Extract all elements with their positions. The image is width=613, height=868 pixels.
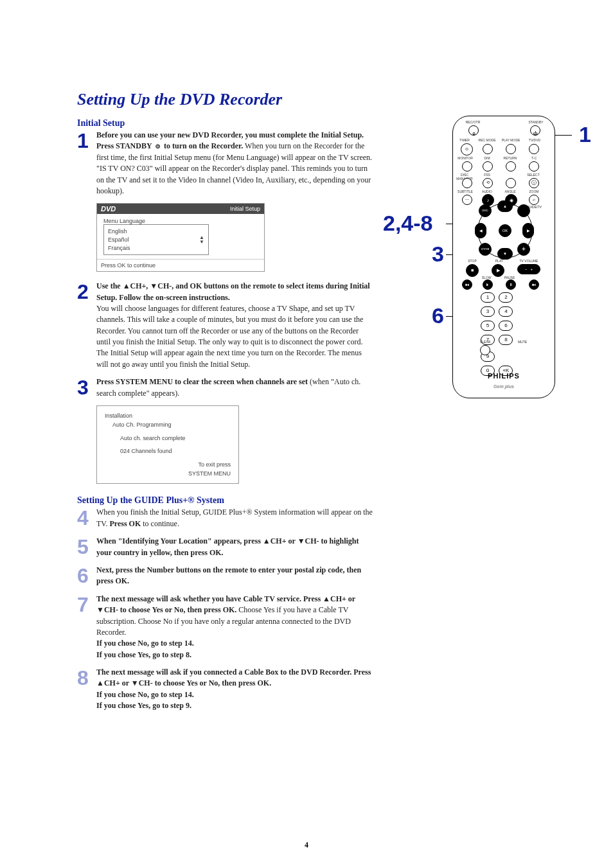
osd-line: Auto ch. search complete bbox=[105, 434, 231, 443]
step-text-bold: If you chose Yes, go to step 8. bbox=[96, 650, 191, 659]
monitor-button[interactable] bbox=[462, 161, 472, 172]
step-number: 1 bbox=[77, 126, 89, 155]
step-text-bold: Press OK bbox=[109, 519, 141, 528]
step-number: 2 bbox=[77, 277, 89, 306]
timer-button[interactable]: ⊙ bbox=[461, 143, 473, 155]
btn-label: MUTE bbox=[515, 340, 530, 344]
step-number: 5 bbox=[77, 532, 89, 562]
callout-6: 6 bbox=[432, 303, 444, 328]
btn-label: ANGLE bbox=[502, 190, 519, 193]
num-3-button[interactable]: 3 bbox=[481, 306, 495, 317]
num-8-button[interactable]: 8 bbox=[499, 335, 513, 345]
osd-title: Initial Setup bbox=[230, 206, 260, 212]
step-text-bold: Next, press the Number buttons on the re… bbox=[96, 565, 361, 585]
clear-button[interactable] bbox=[480, 345, 490, 355]
callout-248: 2,4-8 bbox=[383, 211, 433, 236]
osd-line: Auto Ch. Programming bbox=[105, 420, 231, 429]
step-7: 7 The next message will ask whether you … bbox=[77, 594, 373, 660]
btn-label: SELECT bbox=[525, 173, 542, 177]
slow-button[interactable]: ⏵ bbox=[483, 279, 493, 290]
tv-volume-button[interactable]: − + bbox=[517, 264, 540, 274]
tc-button[interactable] bbox=[529, 161, 539, 172]
step-6: 6 Next, press the Number buttons on the … bbox=[77, 565, 373, 587]
pause-button[interactable]: ⏸ bbox=[506, 279, 516, 290]
dpad: OK ▲ ▼ ◀ ▶ DISC SYSTEM + bbox=[477, 203, 531, 257]
stop-button[interactable]: ■ bbox=[466, 264, 479, 277]
page-number: 4 bbox=[0, 840, 613, 850]
step-number: 3 bbox=[77, 373, 89, 402]
osd-line: Installation bbox=[105, 411, 231, 420]
osd-list-item: Español bbox=[108, 236, 130, 244]
select-info-button[interactable]: ⓘ bbox=[529, 178, 539, 188]
osd-list-item: English bbox=[108, 227, 130, 236]
step-text-bold: Press SYSTEM MENU to clear the screen wh… bbox=[96, 377, 308, 386]
forward-button[interactable]: ⏭ bbox=[529, 279, 539, 290]
disc-manager-button[interactable] bbox=[462, 178, 472, 188]
num-5-button[interactable]: 5 bbox=[481, 321, 495, 331]
step-number: 8 bbox=[77, 663, 89, 693]
osd-list-item: Français bbox=[108, 244, 130, 252]
btn-label: PLAY MODE bbox=[501, 138, 521, 142]
num-6-button[interactable]: 6 bbox=[499, 321, 513, 331]
rec-otr-button[interactable]: ⦿ bbox=[468, 125, 479, 136]
play-mode-button[interactable] bbox=[506, 144, 516, 154]
tv-dvd-button[interactable] bbox=[529, 144, 539, 154]
disc-button[interactable]: DISC bbox=[479, 204, 492, 217]
osd-auto-channel: Installation Auto Ch. Programming Auto c… bbox=[96, 405, 239, 484]
corner-button[interactable] bbox=[517, 204, 530, 217]
num-4-button[interactable]: 4 bbox=[499, 306, 513, 317]
ok-button[interactable]: OK bbox=[499, 224, 511, 237]
step-4: 4 When you finish the Initial Setup, GUI… bbox=[77, 507, 373, 529]
btn-label: MONITOR bbox=[456, 156, 475, 160]
step-5: 5 When "Identifying Your Location" appea… bbox=[77, 536, 373, 558]
rec-mode-button[interactable] bbox=[483, 144, 493, 154]
system-button[interactable]: SYSTEM bbox=[479, 243, 492, 256]
power-icon: ⏻ bbox=[533, 131, 538, 136]
step-text-bold: If you chose No, go to step 14. bbox=[96, 690, 194, 699]
record-icon: ⦿ bbox=[472, 132, 475, 136]
btn-label: TIMER bbox=[457, 138, 472, 142]
step-number: 6 bbox=[77, 561, 89, 590]
step-text-bold: If you chose Yes, go to step 9. bbox=[96, 701, 191, 710]
step-3: 3 Press SYSTEM MENU to clear the screen … bbox=[77, 376, 373, 399]
ch-minus-button[interactable]: ▼ bbox=[497, 248, 513, 260]
standby-button[interactable]: ⏻ bbox=[530, 125, 540, 136]
step-text: You will choose languages for different … bbox=[96, 304, 363, 369]
osd-list-label: Menu Language bbox=[103, 218, 258, 224]
return-button[interactable] bbox=[506, 161, 516, 172]
section-heading-guide: Setting Up the GUIDE Plus+® System bbox=[77, 495, 373, 506]
step-2: 2 Use the ▲CH+, ▼CH-, and OK buttons on … bbox=[77, 281, 373, 370]
btn-label: STANDBY bbox=[526, 120, 546, 124]
btn-label: REC/OTR bbox=[463, 120, 483, 124]
step-1: 1 Before you can use your new DVD Record… bbox=[77, 130, 373, 197]
gemstar-logo: Gem plus bbox=[453, 384, 555, 389]
step-number: 4 bbox=[77, 503, 89, 533]
dvd-logo: DVD bbox=[101, 205, 116, 213]
ch-plus-button[interactable]: ▲ bbox=[497, 200, 513, 212]
dim-button[interactable] bbox=[483, 161, 493, 172]
btn-label: CLEAR bbox=[477, 340, 493, 344]
spacer bbox=[499, 348, 511, 357]
btn-label: T-C bbox=[528, 156, 540, 160]
play-button[interactable]: ▶ bbox=[492, 264, 504, 277]
step-text-bold: Press STANDBY ⌾ to turn on the Recorder. bbox=[96, 141, 243, 150]
corner-button[interactable]: + bbox=[517, 243, 530, 256]
num-1-button[interactable]: 1 bbox=[481, 292, 495, 303]
right-button[interactable]: ▶ bbox=[522, 223, 534, 238]
osd-line: 024 Channels found bbox=[105, 447, 231, 456]
btn-label: ZOOM bbox=[526, 190, 542, 193]
num-2-button[interactable]: 2 bbox=[499, 292, 513, 303]
subtitle-button[interactable]: ⋯ bbox=[462, 195, 472, 205]
btn-label: FSS bbox=[480, 173, 494, 177]
step-8: 8 The next message will ask if you conne… bbox=[77, 667, 373, 712]
callout-3: 3 bbox=[432, 242, 444, 267]
rewind-button[interactable]: ⏮ bbox=[462, 279, 472, 290]
step-number: 7 bbox=[77, 590, 89, 619]
section-heading-initial: Initial Setup bbox=[77, 118, 373, 128]
blank-button[interactable] bbox=[506, 178, 516, 188]
fss-button[interactable]: ⟲ bbox=[483, 178, 493, 188]
left-button[interactable]: ◀ bbox=[475, 223, 486, 238]
page-title: Setting Up the DVD Recorder bbox=[77, 90, 373, 109]
osd-line: SYSTEM MENU bbox=[105, 469, 231, 478]
step-text-bold: The next message will ask if you connect… bbox=[96, 668, 371, 687]
